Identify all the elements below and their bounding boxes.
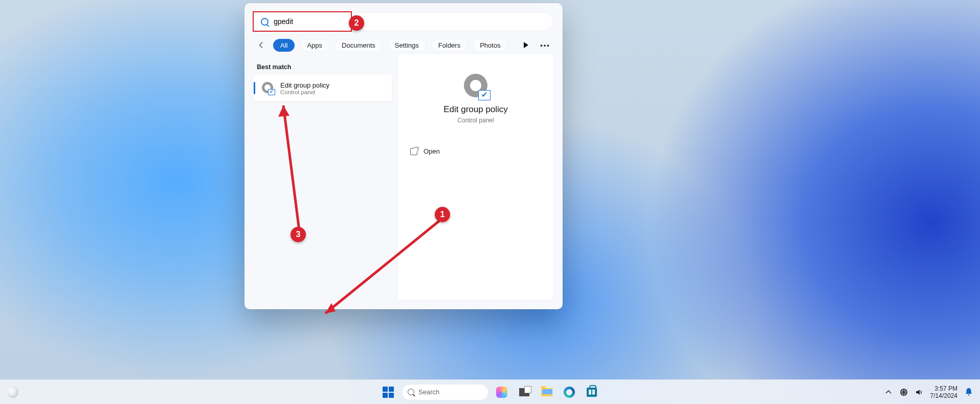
copilot-icon xyxy=(496,387,507,398)
taskbar-file-explorer[interactable] xyxy=(538,383,556,401)
taskbar-edge[interactable] xyxy=(560,383,578,401)
search-icon xyxy=(261,18,269,26)
ellipsis-icon: ••• xyxy=(540,41,550,49)
tray-overflow[interactable] xyxy=(882,384,895,400)
taskbar-search-placeholder: Search xyxy=(418,388,439,396)
play-icon xyxy=(523,41,529,49)
chevron-up-icon xyxy=(884,388,893,396)
best-match-heading: Best match xyxy=(257,63,392,71)
taskbar-tray: 3:57 PM 7/14/2024 xyxy=(882,384,975,400)
start-button[interactable] xyxy=(379,383,397,401)
filter-documents[interactable]: Documents xyxy=(335,39,383,52)
preview-open-action[interactable]: Open xyxy=(407,143,544,159)
result-edit-group-policy[interactable]: Edit group policy Control panel xyxy=(254,75,392,101)
preview-subtitle: Control panel xyxy=(407,117,544,124)
preview-title: Edit group policy xyxy=(407,104,544,115)
open-icon xyxy=(410,148,417,155)
preview-app-icon xyxy=(464,74,487,97)
search-box[interactable] xyxy=(254,12,553,31)
tray-volume[interactable] xyxy=(913,384,925,400)
search-highlight-button[interactable] xyxy=(519,38,533,52)
open-label: Open xyxy=(424,147,440,155)
filter-photos[interactable]: Photos xyxy=(473,39,507,52)
weather-icon xyxy=(7,387,18,398)
arrow-left-icon xyxy=(258,41,265,49)
taskbar-copilot[interactable] xyxy=(493,383,511,401)
taskbar-search[interactable]: Search xyxy=(402,384,488,400)
preview-pane: Edit group policy Control panel Open xyxy=(398,54,553,300)
search-icon xyxy=(408,389,414,395)
start-search-panel: All Apps Documents Settings Folders Phot… xyxy=(244,3,563,309)
bell-icon xyxy=(965,388,973,397)
filter-all[interactable]: All xyxy=(273,39,295,52)
result-text: Edit group policy Control panel xyxy=(280,81,329,95)
file-explorer-icon xyxy=(541,388,552,396)
globe-icon xyxy=(900,388,908,396)
volume-icon xyxy=(915,388,923,396)
clock-time: 3:57 PM xyxy=(930,385,957,392)
filter-settings[interactable]: Settings xyxy=(388,39,426,52)
clock-date: 7/14/2024 xyxy=(930,392,957,399)
tray-language[interactable] xyxy=(898,384,910,400)
taskbar-center: Search xyxy=(379,383,601,401)
more-options-button[interactable]: ••• xyxy=(538,38,552,52)
search-filter-row: All Apps Documents Settings Folders Phot… xyxy=(254,38,553,52)
filter-apps[interactable]: Apps xyxy=(300,39,329,52)
taskbar-widgets[interactable] xyxy=(7,387,18,398)
taskbar-clock[interactable]: 3:57 PM 7/14/2024 xyxy=(928,385,960,399)
windows-logo-icon xyxy=(383,387,394,398)
search-input[interactable] xyxy=(274,17,478,26)
tray-notifications[interactable] xyxy=(963,384,975,400)
taskbar-task-view[interactable] xyxy=(515,383,533,401)
taskbar: Search xyxy=(0,379,980,404)
svg-marker-0 xyxy=(524,42,528,48)
edge-icon xyxy=(564,387,575,398)
back-button[interactable] xyxy=(255,38,268,52)
results-column: Best match Edit group policy Control pan… xyxy=(254,54,392,101)
filter-folders[interactable]: Folders xyxy=(431,39,467,52)
taskbar-store[interactable] xyxy=(583,383,601,401)
group-policy-icon xyxy=(262,82,274,94)
result-title: Edit group policy xyxy=(280,81,329,89)
task-view-icon xyxy=(519,388,529,396)
store-icon xyxy=(587,388,597,397)
result-subtitle: Control panel xyxy=(280,89,329,95)
